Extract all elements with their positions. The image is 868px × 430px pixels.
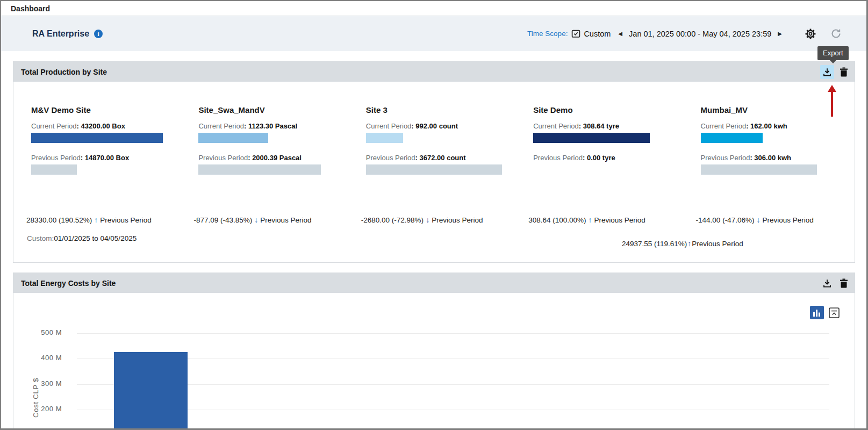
info-icon[interactable]: i <box>94 30 103 38</box>
current-value: 162.00 kwh <box>750 122 787 130</box>
previous-period-metric: Previous Period: 3672.00 count <box>366 154 502 162</box>
site-card: M&V Demo Site Current Period: 43200.00 B… <box>31 82 167 232</box>
production-panel-body: M&V Demo Site Current Period: 43200.00 B… <box>13 82 855 263</box>
previous-value: 14870.00 Box <box>85 154 129 162</box>
current-value: 992.00 count <box>415 122 458 130</box>
current-value: 1123.30 Pascal <box>248 122 297 130</box>
site-name: Site_Swa_MandV <box>198 105 334 114</box>
energy-costs-panel: Total Energy Costs by Site <box>13 273 855 430</box>
export-button[interactable] <box>820 276 834 290</box>
current-period-metric: Current Period: 1123.30 Pascal <box>198 122 334 130</box>
current-value: 308.64 tyre <box>583 122 619 130</box>
gridline <box>77 384 829 385</box>
y-tick-label: 300 M <box>30 379 62 388</box>
energy-cost-chart: Cost CLP $ 500 M400 M300 M200 M <box>13 293 855 429</box>
next-range-caret[interactable]: ▶ <box>778 31 782 37</box>
gear-icon[interactable] <box>805 28 816 40</box>
production-panel-header: Total Production by Site <box>13 62 855 82</box>
export-button[interactable] <box>820 65 834 79</box>
current-period-metric: Current Period: 992.00 count <box>366 122 502 130</box>
previous-period-metric: Previous Period: 306.00 kwh <box>701 154 837 162</box>
previous-period-metric: Previous Period: 2000.39 Pascal <box>198 154 334 162</box>
previous-period-metric: Previous Period: 14870.00 Box <box>31 154 167 162</box>
calendar-check-icon[interactable] <box>571 29 580 38</box>
previous-period-bar <box>198 164 321 175</box>
delete-widget-button[interactable] <box>838 65 850 79</box>
y-tick-label: 200 M <box>30 405 62 413</box>
delta-vs-previous: 28330.00 (190.52%)↑Previous Period <box>26 216 152 224</box>
trend-down-icon: ↓ <box>756 216 760 224</box>
current-period-metric: Current Period: 162.00 kwh <box>701 122 837 130</box>
site-card: Site_Swa_MandV Current Period: 1123.30 P… <box>198 82 334 232</box>
site-cards: M&V Demo Site Current Period: 43200.00 B… <box>31 82 837 232</box>
previous-period-bar <box>31 164 77 175</box>
gridline <box>77 410 829 410</box>
top-bar: Dashboard <box>1 1 866 16</box>
previous-value: 306.00 kwh <box>754 154 791 162</box>
production-panel-actions <box>820 65 850 79</box>
site-card: Mumbai_MV Current Period: 162.00 kwh Pre… <box>701 82 837 232</box>
export-tooltip-label: Export <box>823 49 843 57</box>
delete-widget-button[interactable] <box>838 276 850 290</box>
energy-panel-header: Total Energy Costs by Site <box>13 273 855 293</box>
trend-up-icon: ↑ <box>687 239 691 248</box>
export-tooltip: Export <box>817 46 849 60</box>
previous-value: 3672.00 count <box>420 154 466 162</box>
energy-panel-body: Cost CLP $ 500 M400 M300 M200 M <box>13 293 855 429</box>
gridline <box>77 333 829 334</box>
refresh-icon[interactable] <box>830 28 842 39</box>
trend-down-icon: ↓ <box>426 216 429 224</box>
annotation-arrow-head <box>828 85 836 92</box>
production-panel-footer: Custom:01/01/2025 to 04/05/2025 24937.55… <box>27 234 855 242</box>
annotation-arrow-shaft <box>831 92 833 117</box>
current-period-metric: Current Period: 43200.00 Box <box>31 122 167 130</box>
y-tick-label: 500 M <box>30 328 62 336</box>
previous-period-metric: Previous Period: 0.00 tyre <box>533 154 669 162</box>
current-value: 43200.00 Box <box>81 122 125 130</box>
site-name: Site Demo <box>533 105 669 114</box>
enterprise-title: RA Enterprise <box>32 29 89 39</box>
energy-panel-title: Total Energy Costs by Site <box>21 279 116 288</box>
trash-icon <box>840 67 848 77</box>
current-period-bar <box>31 133 163 143</box>
page-title: Dashboard <box>11 4 50 13</box>
app-window: Dashboard RA Enterprise i Time Scope: Cu… <box>0 0 868 430</box>
site-name: Site 3 <box>366 105 502 114</box>
previous-period-bar <box>701 164 817 175</box>
current-period-metric: Current Period: 308.64 tyre <box>533 122 669 130</box>
previous-range-caret[interactable]: ◀ <box>618 31 622 37</box>
site-card: Site Demo Current Period: 308.64 tyre Pr… <box>533 82 669 232</box>
date-range[interactable]: Jan 01, 2025 00:00 - May 04, 2025 23:59 <box>629 30 771 38</box>
energy-panel-actions <box>820 276 850 290</box>
scope-mode-value[interactable]: Custom <box>584 30 611 38</box>
previous-value: 2000.39 Pascal <box>252 154 302 162</box>
delta-vs-previous: 308.64 (100.00%)↑Previous Period <box>528 216 645 224</box>
download-icon <box>822 67 832 77</box>
trend-up-icon: ↑ <box>589 216 592 224</box>
production-panel: Total Production by Site M&V Demo Site C… <box>13 61 855 263</box>
delta-vs-previous: -877.09 (-43.85%)↓Previous Period <box>193 216 311 224</box>
time-scope-bar: Time Scope: Custom ◀ Jan 01, 2025 00:00 … <box>527 28 842 40</box>
y-tick-label: 400 M <box>30 354 62 362</box>
current-period-bar <box>701 133 763 143</box>
current-period-bar <box>533 133 650 143</box>
site-name: Mumbai_MV <box>701 105 837 114</box>
delta-vs-previous: -144.00 (-47.06%)↓Previous Period <box>696 216 814 224</box>
production-panel-title: Total Production by Site <box>21 68 107 76</box>
current-period-bar <box>198 133 268 143</box>
dashboard-content: Total Production by Site M&V Demo Site C… <box>1 51 866 428</box>
delta-vs-previous: -2680.00 (-72.98%)↓Previous Period <box>361 216 483 224</box>
site-name: M&V Demo Site <box>31 105 167 114</box>
trash-icon <box>840 278 848 288</box>
annotation-arrow <box>828 85 836 117</box>
gridline <box>77 359 829 359</box>
energy-cost-bar <box>114 352 188 429</box>
previous-period-bar <box>366 164 502 175</box>
current-period-bar <box>366 133 404 143</box>
trend-down-icon: ↓ <box>254 216 258 224</box>
enterprise-header: RA Enterprise i Time Scope: Custom ◀ Jan… <box>1 16 866 51</box>
time-scope-label: Time Scope: <box>527 30 568 38</box>
previous-value: 0.00 tyre <box>587 154 615 162</box>
download-icon <box>822 278 832 288</box>
total-delta-vs-previous: 24937.55 (119.61%)↑Previous Period <box>622 239 743 248</box>
